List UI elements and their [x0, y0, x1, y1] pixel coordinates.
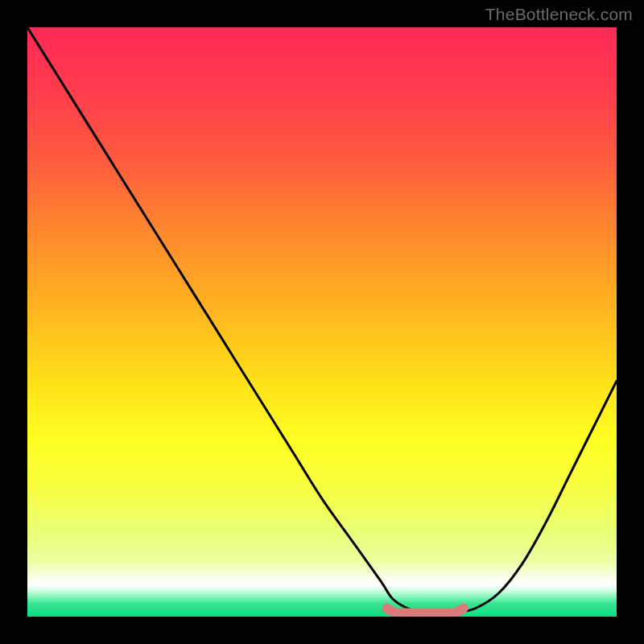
bottleneck-chart [27, 27, 617, 617]
optimal-range-marker [387, 609, 464, 613]
plot-area [27, 27, 617, 617]
watermark-text: TheBottleneck.com [485, 5, 633, 24]
chart-frame: TheBottleneck.com [0, 0, 644, 644]
gradient-background [27, 27, 617, 617]
